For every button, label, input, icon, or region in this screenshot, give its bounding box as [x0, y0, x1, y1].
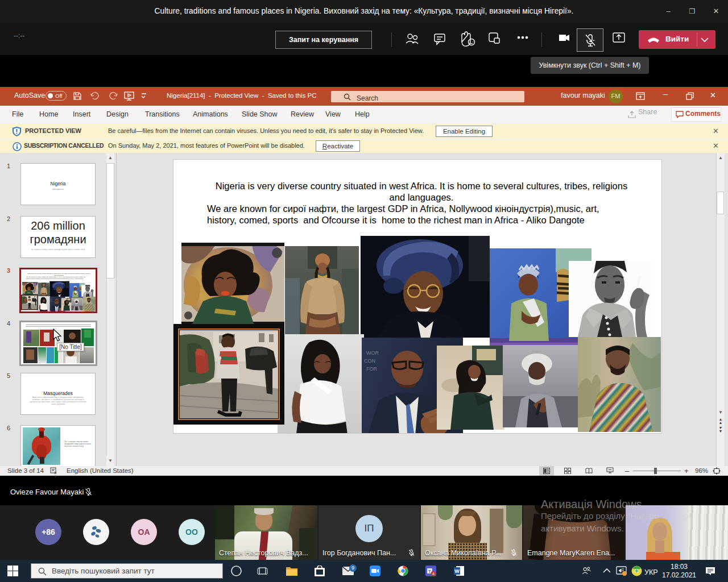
svg-text:4: 4 [432, 572, 435, 576]
svg-text:T: T [428, 569, 431, 574]
svg-text:W: W [454, 568, 460, 574]
